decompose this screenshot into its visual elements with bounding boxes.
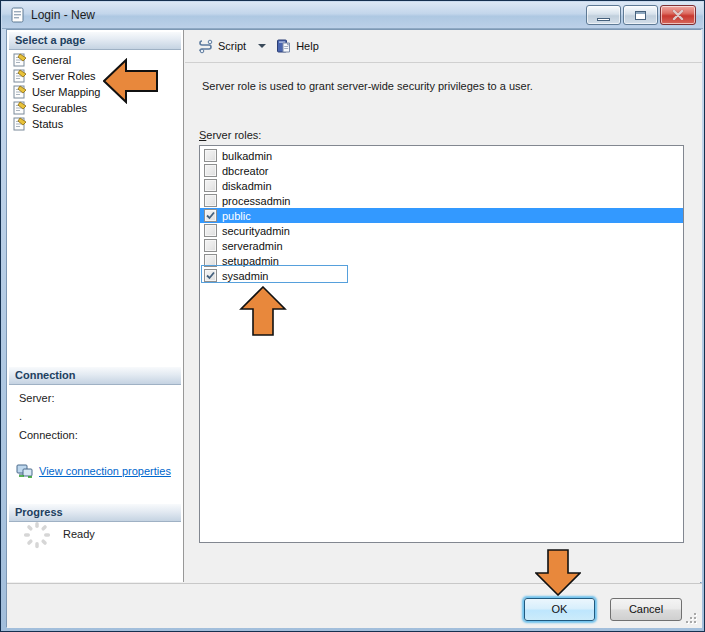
page-list: General Server Roles User Mapping Secura…	[9, 52, 100, 132]
server-value: .	[19, 410, 22, 422]
connection-header: Connection	[9, 367, 181, 385]
checkbox-bulkadmin[interactable]	[204, 149, 217, 162]
progress-status: Ready	[63, 528, 95, 540]
window-title: Login - New	[31, 8, 95, 22]
dialog-client-area: Select a page General Server Roles User …	[6, 29, 701, 627]
role-row-dbcreator[interactable]: dbcreator	[200, 163, 683, 178]
help-icon	[276, 38, 292, 54]
script-button[interactable]: Script	[194, 34, 250, 58]
form-window-icon	[11, 7, 24, 23]
progress-header: Progress	[9, 504, 181, 522]
role-row-bulkadmin[interactable]: bulkadmin	[200, 148, 683, 163]
dialog-footer: OK Cancel	[7, 583, 702, 628]
connection-label: Connection:	[19, 429, 78, 441]
server-label: Server:	[19, 392, 54, 404]
sidebar-item-user-mapping[interactable]: User Mapping	[13, 84, 100, 100]
page-icon	[13, 101, 27, 115]
ok-button[interactable]: OK	[524, 598, 595, 621]
script-icon	[198, 38, 214, 54]
main-panel: Script Help Server role is used to grant	[185, 30, 702, 582]
checkbox-diskadmin[interactable]	[204, 179, 217, 192]
connection-properties-icon	[16, 463, 34, 479]
checkbox-dbcreator[interactable]	[204, 164, 217, 177]
server-roles-listbox[interactable]: bulkadmin dbcreator diskadmin processadm…	[199, 145, 684, 543]
cancel-button[interactable]: Cancel	[610, 598, 682, 621]
page-icon	[13, 117, 27, 131]
sidebar-item-securables[interactable]: Securables	[13, 100, 100, 116]
checkbox-setupadmin[interactable]	[204, 254, 217, 267]
checkbox-processadmin[interactable]	[204, 194, 217, 207]
select-a-page-header: Select a page	[9, 32, 181, 50]
sidebar-item-label: User Mapping	[32, 86, 100, 98]
resize-grip[interactable]	[685, 612, 696, 623]
help-button-label: Help	[296, 40, 319, 52]
check-icon	[205, 210, 216, 221]
minimize-button[interactable]	[586, 5, 621, 25]
login-new-window: Login - New Select a page General	[0, 0, 705, 632]
script-dropdown-caret-icon[interactable]	[258, 44, 266, 48]
sidebar-item-general[interactable]: General	[13, 52, 100, 68]
role-row-serveradmin[interactable]: serveradmin	[200, 238, 683, 253]
titlebar: Login - New	[2, 2, 703, 29]
toolbar: Script Help	[185, 30, 702, 63]
window-controls	[586, 5, 696, 25]
role-row-securityadmin[interactable]: securityadmin	[200, 223, 683, 238]
server-roles-label: Server roles:	[199, 129, 261, 141]
page-icon	[13, 69, 27, 83]
checkbox-securityadmin[interactable]	[204, 224, 217, 237]
sidebar-item-label: General	[32, 54, 71, 66]
role-row-setupadmin[interactable]: setupadmin	[200, 253, 683, 268]
close-icon	[672, 10, 684, 20]
sidebar-item-server-roles[interactable]: Server Roles	[13, 68, 100, 84]
page-description: Server role is used to grant server-wide…	[202, 80, 533, 92]
role-row-diskadmin[interactable]: diskadmin	[200, 178, 683, 193]
role-row-processadmin[interactable]: processadmin	[200, 193, 683, 208]
checkbox-sysadmin-checked[interactable]	[204, 269, 217, 282]
role-row-public[interactable]: public	[200, 208, 683, 223]
check-icon	[205, 270, 216, 281]
view-connection-properties-link[interactable]: View connection properties	[39, 465, 171, 477]
checkbox-serveradmin[interactable]	[204, 239, 217, 252]
script-button-label: Script	[218, 40, 246, 52]
sidebar: Select a page General Server Roles User …	[7, 30, 184, 582]
page-icon	[13, 85, 27, 99]
sidebar-item-label: Server Roles	[32, 70, 96, 82]
help-button[interactable]: Help	[272, 34, 323, 58]
close-button[interactable]	[660, 5, 696, 25]
maximize-button[interactable]	[623, 5, 658, 25]
maximize-icon	[635, 11, 646, 20]
role-row-sysadmin[interactable]: sysadmin	[200, 268, 683, 283]
checkbox-public-checked[interactable]	[204, 209, 217, 222]
sidebar-item-label: Status	[32, 118, 63, 130]
sidebar-item-label: Securables	[32, 102, 87, 114]
progress-spinner-icon	[23, 521, 51, 549]
page-icon	[13, 53, 27, 67]
minimize-icon	[597, 18, 610, 21]
sidebar-item-status[interactable]: Status	[13, 116, 100, 132]
